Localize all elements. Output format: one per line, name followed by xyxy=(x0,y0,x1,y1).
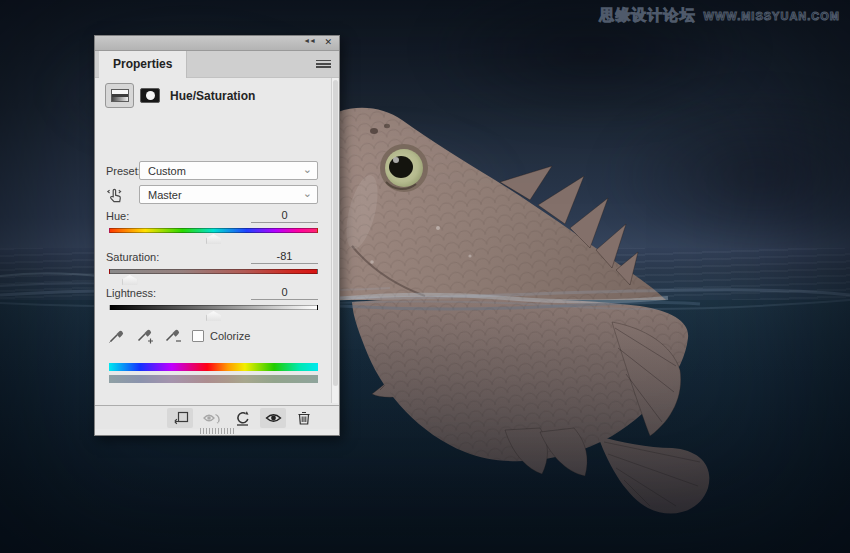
targeted-adjustment-tool-icon[interactable] xyxy=(105,186,125,206)
reset-button[interactable] xyxy=(229,408,255,428)
colorize-checkbox[interactable] xyxy=(192,330,204,342)
panel-resize-grip[interactable] xyxy=(200,428,234,434)
saturation-value-field[interactable]: -81 xyxy=(251,250,318,264)
scrollbar-thumb[interactable] xyxy=(333,80,338,386)
panel-menu-icon[interactable] xyxy=(316,60,331,70)
eyedropper-minus-icon[interactable] xyxy=(163,325,183,345)
fish-nostril xyxy=(370,128,378,134)
layer-mask-icon[interactable] xyxy=(140,88,160,103)
lightness-value-field[interactable]: 0 xyxy=(251,286,318,300)
visibility-toggle-button[interactable] xyxy=(260,408,286,428)
clip-to-layer-button[interactable] xyxy=(167,408,193,428)
panel-tabbar: Properties xyxy=(95,51,339,78)
close-icon[interactable]: ✕ xyxy=(324,37,332,47)
hue-slider[interactable] xyxy=(109,228,318,233)
hue-slider-thumb[interactable] xyxy=(206,234,221,244)
collapse-to-icons-icon[interactable]: ◄◄ xyxy=(303,37,315,44)
fish-eye xyxy=(380,144,428,192)
saturation-slider-thumb[interactable] xyxy=(122,275,137,285)
panel-scrollbar[interactable] xyxy=(331,78,338,403)
hue-value-field[interactable]: 0 xyxy=(251,209,318,223)
photoshop-document-canvas: 思缘设计论坛 WWW.MISSYUAN.COM ◄◄ ✕ Properties … xyxy=(0,0,850,553)
panel-toolbar xyxy=(95,405,339,429)
hue-label: Hue: xyxy=(106,210,129,222)
fish-head-above-water xyxy=(338,108,666,300)
hue-spectrum-adjusted xyxy=(109,375,318,383)
channel-value: Master xyxy=(148,189,182,201)
hue-spectrum-original xyxy=(109,363,318,371)
preset-label: Preset: xyxy=(106,165,141,177)
properties-panel: ◄◄ ✕ Properties Hue/Saturation Preset: C… xyxy=(94,35,340,436)
lightness-slider[interactable] xyxy=(109,305,318,310)
chevron-down-icon: ⌄ xyxy=(303,163,312,176)
preset-value: Custom xyxy=(148,165,186,177)
panel-titlebar[interactable]: ◄◄ ✕ xyxy=(95,36,339,51)
preset-select[interactable]: Custom ⌄ xyxy=(139,161,318,180)
chevron-down-icon: ⌄ xyxy=(303,187,312,200)
delete-button[interactable] xyxy=(291,408,317,428)
tab-properties[interactable]: Properties xyxy=(99,51,187,78)
lightness-label: Lightness: xyxy=(106,287,156,299)
panel-content: Hue/Saturation Preset: Custom ⌄ Master ⌄… xyxy=(95,78,339,403)
colorize-label: Colorize xyxy=(210,330,250,342)
channel-select[interactable]: Master ⌄ xyxy=(139,185,318,204)
adjustment-title: Hue/Saturation xyxy=(170,89,255,103)
lightness-slider-thumb[interactable] xyxy=(206,311,221,321)
hue-saturation-adjustment-icon[interactable] xyxy=(105,83,134,108)
saturation-label: Saturation: xyxy=(106,251,159,263)
view-previous-state-button[interactable] xyxy=(198,408,224,428)
saturation-slider[interactable] xyxy=(109,269,318,274)
eyedropper-plus-icon[interactable] xyxy=(135,325,155,345)
eyedropper-icon[interactable] xyxy=(107,325,127,345)
adjustment-header: Hue/Saturation xyxy=(105,83,255,108)
